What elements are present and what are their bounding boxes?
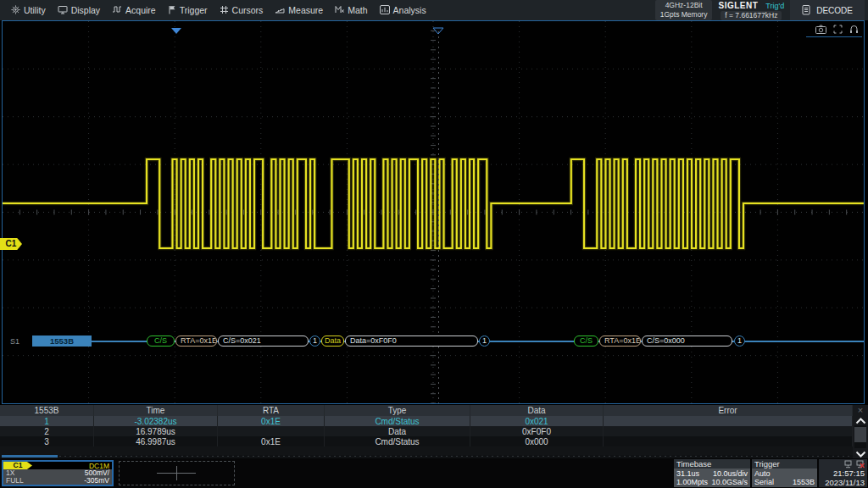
- memory-label: 1Gpts Memory: [660, 10, 708, 19]
- trigger-panel[interactable]: Trigger Auto Serial1553B: [752, 459, 817, 487]
- decode-index-bubble: 1: [479, 336, 490, 347]
- bandwidth-label: 4GHz-12Bit: [660, 1, 708, 10]
- table-cell: -3.02382us: [94, 416, 218, 426]
- touch-icon[interactable]: [849, 25, 859, 34]
- table-horizontal-scroll-thumb[interactable]: [2, 455, 58, 458]
- menu-item-display[interactable]: Display: [52, 0, 106, 20]
- table-cell: Data: [325, 426, 470, 436]
- trigger-mode: Auto: [754, 469, 771, 478]
- table-cell: 0xF0F0: [470, 426, 604, 436]
- clipboard-icon: [802, 4, 810, 17]
- timebase-panel[interactable]: Timebase 31.1us10.0us/div 1.00Mpts10.0GS…: [674, 459, 750, 487]
- clock-panel[interactable]: 21:57:15 2023/11/13: [819, 459, 867, 487]
- table-header-1553b: 1553B: [0, 405, 94, 416]
- table-row-3[interactable]: 346.9987us0x1ECmd/Status0x000: [0, 436, 868, 446]
- menu-item-label: Measure: [288, 5, 323, 15]
- clock-time: 21:57:15: [833, 469, 865, 478]
- menu-item-utility[interactable]: Utility: [5, 0, 52, 20]
- table-header-time: Time: [94, 405, 218, 416]
- scroll-up-button[interactable]: [855, 415, 866, 425]
- menu-item-cursors[interactable]: Cursors: [214, 0, 270, 20]
- decode-result-table: 1553BTimeRTATypeDataError 1-3.02382us0x1…: [0, 405, 868, 458]
- math-icon: [335, 5, 344, 15]
- decode-field-bubble: C/S: [574, 336, 598, 347]
- bus-label: S1: [10, 337, 19, 346]
- channel1-bandwidth: FULL: [6, 477, 24, 485]
- decode-field-bubble: Data: [321, 336, 344, 347]
- add-channel-box[interactable]: [119, 461, 235, 485]
- oscilloscope-screen: UtilityDisplayAcquireTriggerCursorsMeasu…: [0, 0, 868, 488]
- menubar: UtilityDisplayAcquireTriggerCursorsMeasu…: [0, 0, 868, 20]
- decode-field-bubble: Data=0xF0F0: [345, 336, 478, 347]
- menu-item-label: Math: [348, 5, 367, 15]
- menu-item-label: Display: [71, 5, 100, 15]
- camera-icon[interactable]: [815, 25, 826, 34]
- grid-toolbar: [806, 22, 862, 37]
- gear-icon: [11, 5, 20, 16]
- table-body: 1-3.02382us0x1ECmd/Status0x021216.9789us…: [0, 416, 868, 455]
- table-vertical-scrollbar: ×: [853, 405, 868, 458]
- table-cell: 1: [0, 416, 94, 426]
- trigger-position-line: [438, 31, 439, 403]
- menu-item-analysis[interactable]: Analysis: [374, 0, 432, 20]
- table-cell: [218, 426, 325, 436]
- decode-menu-button[interactable]: DECODE: [790, 0, 865, 20]
- table-row-1[interactable]: 1-3.02382us0x1ECmd/Status0x021: [0, 416, 868, 426]
- scroll-thumb[interactable]: [854, 427, 866, 442]
- menu-item-measure[interactable]: Measure: [269, 0, 329, 20]
- ruler-icon: [275, 5, 285, 15]
- decode-field-bubble: C/S: [147, 336, 175, 347]
- menu-item-acquire[interactable]: Acquire: [106, 0, 162, 20]
- trigger-source: 1553B: [793, 478, 815, 486]
- table-header-type: Type: [325, 405, 470, 416]
- bus-type-badge[interactable]: 1553B: [32, 336, 92, 347]
- menu-item-trigger[interactable]: Trigger: [162, 0, 214, 20]
- decode-field-bubble: RTA=0x1E: [599, 336, 641, 347]
- chart-icon: [380, 5, 390, 16]
- waveform-icon: [112, 5, 122, 15]
- table-empty-rows: [0, 446, 868, 455]
- timebase-delay: 31.1us: [676, 469, 699, 478]
- waveform-grid: [2, 20, 865, 404]
- table-cell: 0x000: [470, 436, 604, 446]
- bottom-status-bar: C1 DC1M 1X500mV/ FULL-305mV Timebase 31.…: [0, 458, 868, 488]
- table-horizontal-scroll-track: [59, 456, 853, 457]
- system-info-box: 4GHz-12Bit 1Gpts Memory: [655, 0, 713, 20]
- hash-icon: [220, 5, 229, 16]
- trigger-frequency-readout: f = 7.661677kHz: [721, 11, 782, 20]
- channel1-offset: -305mV: [84, 477, 109, 485]
- table-cell: 2: [0, 426, 94, 436]
- table-row-2[interactable]: 216.9789usData0xF0F0: [0, 426, 868, 436]
- trigger-type: Serial: [754, 478, 774, 486]
- scroll-track[interactable]: [854, 425, 866, 448]
- decode-field-bubble: C/S=0x021: [218, 336, 309, 347]
- decode-button-label: DECODE: [816, 6, 853, 15]
- decode-index-bubble: 1: [734, 336, 745, 347]
- table-cell: [604, 416, 853, 426]
- table-cell: 0x1E: [218, 416, 325, 426]
- table-header-rta: RTA: [218, 405, 325, 416]
- menu-item-label: Cursors: [232, 5, 264, 15]
- clock-date: 2023/11/13: [825, 478, 865, 487]
- table-cell: 0x1E: [218, 436, 325, 446]
- table-header-error: Error: [604, 405, 853, 416]
- fullscreen-icon[interactable]: [833, 25, 843, 34]
- menu-item-label: Trigger: [180, 5, 208, 15]
- decode-field-bubble: C/S=0x000: [642, 336, 732, 347]
- trigger-delay-marker[interactable]: [170, 23, 182, 38]
- menu-items: UtilityDisplayAcquireTriggerCursorsMeasu…: [0, 0, 432, 20]
- table-cell: Cmd/Status: [325, 436, 470, 446]
- brand-box: SIGLENT Trig'd f = 7.661677kHz: [718, 1, 784, 20]
- table-header-data: Data: [470, 405, 604, 416]
- channel1-box[interactable]: C1 DC1M 1X500mV/ FULL-305mV: [2, 460, 114, 486]
- monitor-icon: [58, 5, 68, 16]
- decode-index-bubble: 1: [309, 336, 320, 347]
- trigger-status-badge: Trig'd: [765, 2, 784, 10]
- menu-item-label: Acquire: [125, 5, 156, 15]
- table-cell: [604, 436, 853, 446]
- table-cell: 3: [0, 436, 94, 446]
- menu-item-label: Utility: [24, 5, 46, 15]
- menu-item-math[interactable]: Math: [329, 0, 373, 20]
- decode-field-bubble: RTA=0x1E: [175, 336, 217, 347]
- flag-icon: [168, 5, 176, 16]
